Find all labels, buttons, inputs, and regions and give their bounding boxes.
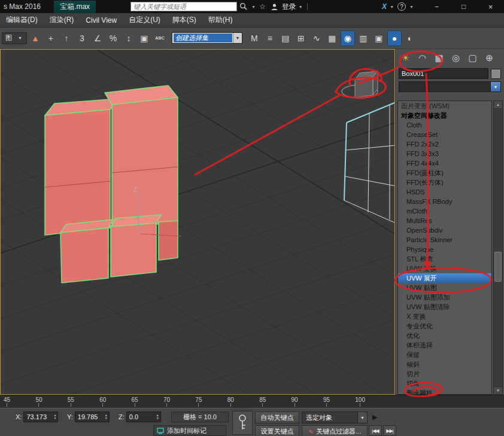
help-dropdown-icon[interactable]: ▼ (408, 5, 415, 9)
modify-tab-icon[interactable]: ◠ (414, 51, 430, 65)
edit-named-selection-sets-icon[interactable]: ▣ (137, 31, 151, 46)
chevron-down-icon[interactable]: ▼ (233, 33, 242, 43)
search-icon[interactable] (237, 0, 250, 13)
key-filters-button[interactable]: ∿ 关键点过滤器... (302, 425, 368, 436)
modifier-list-item[interactable]: UVW 贴图添加 (398, 292, 491, 302)
search-input[interactable] (130, 2, 237, 11)
a360-dropdown-icon[interactable]: ▼ (388, 5, 395, 9)
material-editor-icon[interactable]: ◉ (341, 31, 355, 46)
menu-item[interactable]: Civil View (80, 13, 123, 28)
snaps-toggle-icon[interactable]: 3 (75, 31, 89, 46)
a360-icon[interactable]: X (380, 2, 388, 11)
maximize-button[interactable]: □ (450, 0, 477, 13)
mirror-tool-icon[interactable]: M (247, 31, 262, 46)
add-time-tag[interactable]: 添加时间标记 (153, 425, 226, 436)
modifier-list-item[interactable]: 面片变形 (WSM) (398, 101, 491, 111)
modifier-list-item[interactable]: MassFX RBody (398, 197, 491, 206)
list-scrollbar[interactable]: ▲ ▼ (493, 100, 503, 395)
modifier-list-item[interactable]: FFD 4x4x4 (398, 158, 491, 168)
modifier-list-item[interactable]: 切角 (398, 379, 491, 388)
modifier-list-item[interactable]: HSDS (398, 187, 491, 197)
modifier-list-item[interactable]: UVW 贴图清除 (398, 302, 491, 312)
modifier-list-item[interactable]: MultiRes (398, 216, 491, 225)
object-name-field[interactable]: Box001 (399, 68, 488, 79)
modifier-list-item[interactable]: STL 检查 (398, 254, 491, 264)
y-coordinate-input[interactable]: 19.785 ▲▼ (75, 411, 110, 422)
schematic-view-icon[interactable]: ▦ (325, 31, 339, 46)
set-key-button[interactable]: 设置关键点 (255, 425, 299, 436)
key-filter-selection-combo[interactable]: 选定对象 ▼ (302, 411, 368, 423)
x-coordinate-input[interactable]: 73.173 ▲▼ (23, 411, 58, 422)
curve-editor-icon[interactable]: ∿ (309, 31, 324, 46)
select-and-move-icon[interactable]: + (44, 31, 58, 46)
modifier-list-item[interactable]: UVW 贴图 (398, 283, 491, 292)
spinner-snap-icon[interactable]: ↕ (122, 31, 136, 46)
modifier-list-item[interactable]: X 变换 (398, 312, 491, 321)
scroll-up-icon[interactable]: ▲ (494, 101, 502, 109)
menu-item[interactable]: 编辑器(D) (0, 13, 44, 28)
modifier-list-item[interactable]: 优化 (398, 331, 491, 340)
mirror-icon[interactable]: ABC (153, 31, 167, 46)
display-tab-icon[interactable]: ▢ (464, 51, 481, 65)
render-setup-icon[interactable]: ▥ (356, 31, 371, 46)
modifier-list-item[interactable]: 删除网格 (398, 388, 491, 395)
percent-snap-icon[interactable]: % (106, 31, 120, 46)
modifier-combo-field[interactable] (399, 81, 491, 92)
selection-filter-combo[interactable]: 图 ▼ (2, 32, 27, 44)
chevron-down-icon[interactable]: ▼ (357, 412, 367, 423)
modifier-list-item[interactable]: Physique (398, 245, 491, 254)
modifier-list-item[interactable]: CreaseSet (398, 130, 491, 139)
object-color-swatch[interactable] (491, 69, 501, 79)
close-button[interactable]: × (477, 0, 504, 13)
minimize-button[interactable]: − (423, 0, 450, 13)
modifier-list-item[interactable]: 专业优化 (398, 321, 491, 331)
favorites-star-icon[interactable]: ☆ (257, 0, 268, 13)
z-coordinate-input[interactable]: 0.0 ▲▼ (126, 411, 161, 422)
modifier-list-item[interactable]: 体积选择 (398, 340, 491, 350)
search-dropdown-icon[interactable]: ▼ (250, 5, 257, 9)
perspective-viewport[interactable]: Z (0, 49, 395, 395)
hierarchy-tab-icon[interactable]: ▦ (431, 51, 447, 65)
render-iterative-icon[interactable]: ◐ (403, 31, 417, 46)
modifier-list-combo[interactable]: ▼ (399, 81, 501, 92)
toggle-key-mode-button[interactable] (232, 411, 253, 435)
chevron-down-icon[interactable]: ▼ (491, 81, 501, 92)
modifier-list-item[interactable]: FFD(长方体) (398, 178, 491, 187)
modifier-list-item[interactable]: FFD 3x3x3 (398, 149, 491, 158)
user-icon[interactable] (268, 0, 281, 13)
menu-item[interactable]: 自定义(U) (123, 13, 166, 28)
modifier-list-item[interactable]: UVW 展开 (398, 273, 491, 283)
auto-key-button[interactable]: 自动关键点 (255, 411, 299, 423)
timeline-ruler[interactable]: 45 50 55 60 65 70 (0, 395, 504, 408)
select-and-place-icon[interactable]: ↑ (59, 31, 74, 46)
menu-item[interactable]: 脚本(S) (166, 13, 202, 28)
align-icon[interactable]: ≡ (263, 31, 277, 46)
go-to-start-button[interactable]: |◀◀ (369, 425, 382, 436)
menu-item[interactable]: 渲染(R) (44, 13, 80, 28)
modifier-list-item[interactable]: 切片 (398, 369, 491, 379)
ribbon-toggle-icon[interactable]: ⊞ (294, 31, 308, 46)
layer-manager-icon[interactable]: ▤ (278, 31, 293, 46)
modifier-list-item[interactable]: UVW 变换 (398, 264, 491, 273)
render-production-icon[interactable]: ● (387, 31, 402, 46)
modifier-list-item[interactable]: Cloth (398, 120, 491, 130)
angle-snap-icon[interactable]: ∠ (90, 31, 105, 46)
go-to-end-button[interactable]: ▶▶| (383, 425, 396, 436)
modifier-list-item[interactable]: Particle Skinner (398, 235, 491, 245)
select-and-manipulate-icon[interactable]: ▲ (28, 31, 42, 46)
create-tab-icon[interactable]: ☀ (397, 51, 414, 65)
named-selection-set-combo[interactable]: 创建选择集 ▼ (172, 32, 242, 44)
modifier-list-item[interactable]: FFD 2x2x2 (398, 139, 491, 149)
login-button[interactable]: 登录 (282, 2, 296, 12)
scroll-down-icon[interactable]: ▼ (494, 386, 502, 394)
scrollbar-thumb[interactable] (494, 252, 502, 282)
modifier-list-item[interactable]: 保留 (398, 350, 491, 359)
modifier-list-item[interactable]: OpenSubdiv (398, 225, 491, 235)
motion-tab-icon[interactable]: ◎ (448, 51, 464, 65)
help-icon[interactable]: ? (395, 0, 408, 13)
menu-item[interactable]: 帮助(H) (202, 13, 239, 28)
utilities-tab-icon[interactable]: ⊕ (481, 51, 497, 65)
modifier-list-item[interactable]: 倾斜 (398, 359, 491, 369)
modifier-list-item[interactable]: FFD(圆柱体) (398, 168, 491, 178)
rendered-frame-window-icon[interactable]: ▣ (372, 31, 386, 46)
